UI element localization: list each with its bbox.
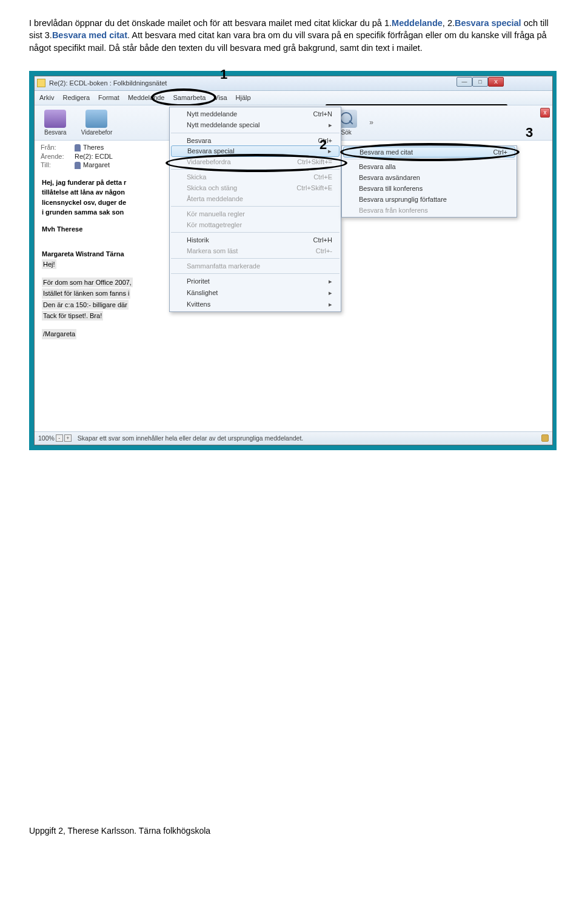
menu-item[interactable]: HistorikCtrl+H [170,234,341,245]
user-icon [75,144,81,151]
menu-hjalp[interactable]: Hjälp [236,94,251,101]
emphasis-besvara-special: Besvara special [455,18,521,28]
menu-item[interactable]: Nytt meddelande special [170,119,341,131]
menu-item: VidarebefordraCtrl+Skift+= [170,156,341,167]
zoom-value: 100% [38,434,55,442]
submenu-item[interactable]: Besvara alla [342,161,517,172]
minimize-button[interactable]: — [457,77,472,87]
menu-item: Kör manuella regler [170,208,341,219]
page-footer: Uppgift 2, Therese Karlsson. Tärna folkh… [0,826,582,850]
menu-item: Skicka och stängCtrl+Skift+E [170,182,341,193]
user-icon [75,162,81,169]
quoted-text: Hej! [42,259,56,269]
menu-item: Kör mottagetregler [170,219,341,230]
menu-item: Sammanfatta markerade [170,261,341,271]
submenu-item[interactable]: Besvara till konferens [342,183,517,194]
reply-label: Besvara [44,129,67,136]
email-window: Re(2): ECDL-boken : Folkbildningsnätet —… [34,76,553,445]
menu-item[interactable]: Besvara special [171,145,340,157]
window-titlebar: Re(2): ECDL-boken : Folkbildningsnätet —… [35,76,552,91]
to-label: Till: [41,161,75,169]
screenshot-frame: Re(2): ECDL-boken : Folkbildningsnätet —… [29,71,557,450]
emphasis-meddelande: Meddelande [392,18,443,28]
from-label: Från: [41,144,75,151]
forward-label: Vidarebefor [81,129,113,136]
annotation-label-2: 2 [319,137,327,153]
emphasis-besvara-med-citat: Besvara med citat [52,30,127,40]
zoom-out-icon[interactable]: - [56,434,63,442]
menu-format[interactable]: Format [98,94,119,101]
menu-samarbeta[interactable]: Samarbeta [173,94,206,101]
menu-item[interactable]: BesvaraCtrl+ [170,135,341,146]
window-title: Re(2): ECDL-boken : Folkbildningsnätet [49,79,167,87]
menu-item[interactable]: Nytt meddelandeCtrl+N [170,108,341,119]
intro-text: I brevlådan öppnar du det önskade mailet… [29,18,392,28]
reply-button[interactable]: Besvara [38,108,73,137]
mail-icon [37,79,45,87]
quoted-text: Istället för länken som fanns i [42,288,130,298]
menu-item[interactable]: Prioritet [170,276,341,287]
status-text: Skapar ett svar som innehåller hela elle… [78,434,303,442]
submenu-item[interactable]: Besvara ursprunglig författare [342,194,517,205]
submenu-item[interactable]: Besvara med citatCtrl+ [343,147,515,158]
reply-icon [44,110,66,128]
subject-value: Re(2): ECDL [75,153,113,160]
close-pane-button[interactable]: x [540,108,550,118]
forward-icon [85,110,107,128]
quoted-text: Den är c:a 150:- billigare där [42,300,129,310]
status-bar: 100% - + Skapar ett svar som innehåller … [35,431,552,445]
close-button[interactable]: X [488,77,504,87]
menu-item[interactable]: Kvittens [170,299,341,310]
to-value: Margaret [75,161,110,169]
menu-redigera[interactable]: Redigera [62,94,90,101]
maximize-button[interactable]: □ [472,77,488,87]
intro-text: , 2. [443,18,455,28]
menu-arkiv[interactable]: Arkiv [39,94,54,101]
submenu-item: Besvara från konferens [342,205,517,216]
lock-icon [541,434,549,442]
menu-item: SkickaCtrl+E [170,171,341,182]
search-label: Sök [341,129,352,136]
annotation-label-3: 3 [526,125,533,141]
menu-item[interactable]: Känslighet [170,287,341,299]
annotation-label-1: 1 [220,67,227,82]
quoted-signature: /Margareta [42,329,76,339]
meddelande-dropdown: Nytt meddelandeCtrl+NNytt meddelande spe… [169,107,341,312]
menu-meddelande[interactable]: Meddelande [128,94,165,101]
menu-bar: Arkiv Redigera Format Meddelande Samarbe… [35,91,552,105]
menu-visa[interactable]: Visa [214,94,227,101]
zoom-in-icon[interactable]: + [64,434,72,442]
menu-item: Återta meddelande [170,193,341,204]
subject-label: Ärende: [41,153,75,160]
submenu-item[interactable]: Besvara avsändaren [342,172,517,183]
expand-toolbar-icon[interactable]: » [366,118,377,127]
forward-button[interactable]: Vidarebefor [75,108,119,137]
from-value: Theres [75,144,104,151]
besvara-special-submenu: Besvara med citatCtrl+Besvara allaBesvar… [341,145,517,218]
zoom-control[interactable]: 100% - + [38,434,72,442]
quoted-text: För dom som har Office 2007, [42,278,133,287]
menu-item: Markera som lästCtrl+- [170,245,341,256]
intro-paragraph: I brevlådan öppnar du det önskade mailet… [29,17,553,54]
quoted-text: Tack för tipset!. Bra! [42,311,103,321]
